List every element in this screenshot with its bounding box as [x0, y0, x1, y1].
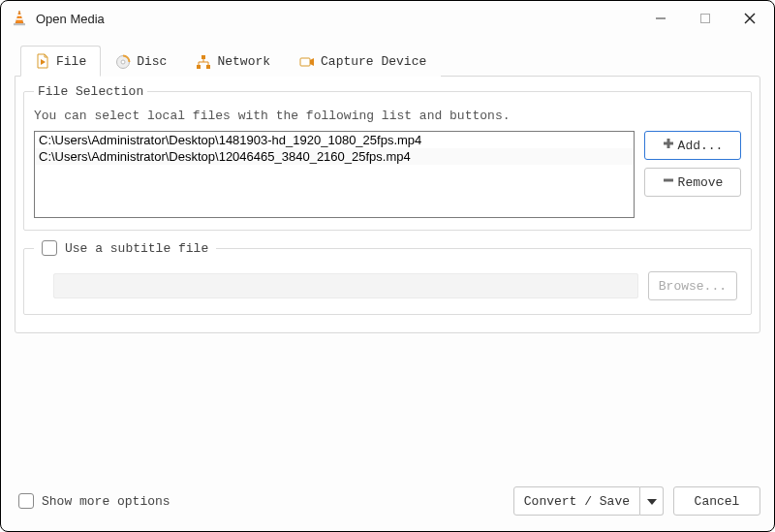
remove-button-label: Remove: [678, 175, 724, 190]
footer: Show more options Convert / Save Cancel: [1, 477, 774, 531]
tab-panel-file: File Selection You can select local file…: [15, 76, 760, 333]
show-more-options-checkbox[interactable]: [18, 493, 34, 509]
svg-rect-13: [206, 65, 210, 69]
minimize-button[interactable]: [638, 3, 683, 34]
svg-marker-0: [16, 11, 23, 23]
svg-rect-3: [14, 23, 25, 25]
cancel-button-label: Cancel: [695, 494, 740, 509]
file-selection-legend: File Selection: [34, 84, 147, 99]
browse-subtitle-button[interactable]: Browse...: [648, 271, 737, 300]
add-button-label: Add...: [678, 139, 724, 153]
capture-device-icon: [299, 54, 315, 70]
tab-disc-label: Disc: [137, 54, 167, 69]
close-button[interactable]: [728, 3, 772, 34]
network-icon: [196, 54, 211, 70]
svg-rect-12: [197, 65, 201, 69]
convert-save-label: Convert / Save: [524, 494, 630, 509]
tab-disc[interactable]: Disc: [101, 46, 181, 77]
tab-capture-label: Capture Device: [321, 54, 426, 69]
file-selection-group: File Selection You can select local file…: [23, 84, 752, 231]
use-subtitle-checkbox[interactable]: [42, 240, 57, 256]
subtitle-legend: Use a subtitle file: [34, 240, 216, 256]
minus-icon: [663, 174, 674, 190]
vlc-cone-icon: [11, 10, 28, 27]
open-media-window: Open Media File Disc Network Capture Dev: [0, 0, 775, 532]
maximize-button[interactable]: [683, 3, 728, 34]
cancel-button[interactable]: Cancel: [673, 486, 760, 516]
add-button[interactable]: Add...: [644, 131, 741, 160]
svg-rect-11: [202, 55, 205, 59]
convert-save-dropdown[interactable]: [640, 486, 664, 516]
svg-marker-19: [647, 499, 657, 505]
window-title: Open Media: [36, 12, 638, 26]
subtitle-group: Use a subtitle file Browse...: [23, 240, 752, 315]
subtitle-path-field: [53, 273, 638, 298]
content-area: File Disc Network Capture Device File Se…: [1, 36, 774, 477]
svg-rect-1: [17, 15, 21, 16]
tab-network[interactable]: Network: [181, 46, 285, 77]
file-list[interactable]: C:\Users\Administrator\Desktop\1481903-h…: [34, 131, 635, 218]
svg-rect-14: [300, 58, 310, 66]
convert-save-split-button: Convert / Save: [513, 486, 664, 516]
plus-icon: [663, 138, 674, 153]
svg-rect-5: [701, 15, 710, 23]
file-selection-hint: You can select local files with the foll…: [34, 109, 741, 123]
svg-marker-15: [310, 58, 314, 66]
media-tabs: File Disc Network Capture Device: [20, 46, 760, 77]
browse-button-label: Browse...: [659, 279, 727, 294]
file-icon: [35, 53, 50, 69]
tab-capture-device[interactable]: Capture Device: [285, 46, 441, 77]
list-item[interactable]: C:\Users\Administrator\Desktop\1481903-h…: [35, 132, 634, 148]
tab-network-label: Network: [217, 54, 270, 69]
svg-rect-2: [16, 18, 22, 20]
convert-save-button[interactable]: Convert / Save: [513, 486, 640, 516]
tab-file[interactable]: File: [20, 46, 101, 77]
titlebar: Open Media: [1, 1, 774, 36]
disc-icon: [115, 54, 131, 70]
window-controls: [638, 3, 772, 34]
use-subtitle-label: Use a subtitle file: [65, 241, 208, 256]
chevron-down-icon: [647, 494, 657, 509]
tab-file-label: File: [56, 54, 86, 69]
remove-button[interactable]: Remove: [644, 168, 741, 197]
show-more-options-label: Show more options: [42, 494, 170, 509]
list-item[interactable]: C:\Users\Administrator\Desktop\12046465_…: [35, 148, 634, 165]
svg-point-10: [121, 60, 125, 64]
